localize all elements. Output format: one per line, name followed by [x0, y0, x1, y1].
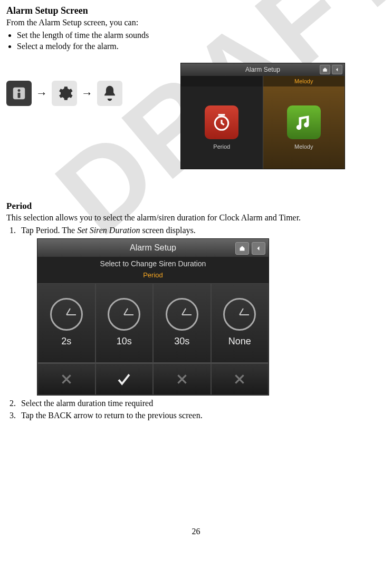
- arrow-right-icon: →: [35, 86, 49, 100]
- step-1: Tap Period. The Set Siren Duration scree…: [18, 225, 386, 396]
- tab-period-inactive: [181, 76, 263, 86]
- melody-column: Melody: [263, 86, 345, 169]
- page-title: Alarm Setup Screen: [6, 5, 386, 16]
- duration-value: 2s: [61, 335, 71, 348]
- melody-music-icon: [287, 105, 321, 139]
- home-icon: [235, 242, 249, 255]
- bullet-item: Set the length of time the alarm sounds: [17, 30, 386, 41]
- clock-icon: [166, 298, 198, 331]
- melody-label: Melody: [294, 143, 313, 150]
- gear-icon: [52, 81, 77, 106]
- back-icon: [332, 65, 342, 74]
- intro-bullet-list: Set the length of time the alarm sounds …: [6, 30, 386, 52]
- page-number: 26: [6, 527, 386, 536]
- duration-option-10s: 10s: [95, 283, 154, 363]
- clock-icon: [223, 298, 256, 331]
- screenshot2-subtitle: Select to Change Siren Duration: [37, 257, 269, 269]
- selection-indicator-row: [37, 363, 269, 395]
- duration-option-2s: 2s: [37, 283, 95, 363]
- step-1-prefix: Tap Period. The: [21, 226, 77, 235]
- bullet-item: Select a melody for the alarm.: [17, 41, 386, 52]
- screenshot2-title: Alarm Setup: [130, 242, 176, 254]
- nav-icon-sequence: → →: [6, 63, 122, 106]
- screenshot-titlebar: Alarm Setup: [181, 63, 345, 76]
- screenshot2-tab-label: Period: [37, 269, 269, 283]
- siren-duration-screenshot: Alarm Setup Select to Change Siren Durat…: [37, 238, 269, 396]
- duration-option-30s: 30s: [153, 283, 211, 363]
- step-1-italic: Set Siren Duration: [77, 226, 140, 235]
- duration-value: 10s: [117, 335, 132, 348]
- period-heading: Period: [6, 201, 386, 211]
- duration-value: 30s: [174, 335, 189, 348]
- steps-list: Tap Period. The Set Siren Duration scree…: [6, 225, 386, 421]
- tab-melody-active: Melody: [263, 76, 345, 86]
- clock-icon: [50, 298, 83, 331]
- period-label: Period: [213, 143, 230, 150]
- clock-icon: [108, 298, 140, 331]
- period-intro: This selection allows you to select the …: [6, 213, 386, 224]
- duration-value: None: [228, 335, 251, 348]
- duration-options-row: 2s 10s 30s None: [37, 283, 269, 363]
- info-icon: [6, 81, 32, 106]
- screenshot2-titlebar: Alarm Setup: [37, 239, 269, 257]
- home-icon: [320, 65, 330, 74]
- svg-point-1: [18, 89, 21, 92]
- x-mark-icon: [211, 363, 269, 395]
- arrow-right-icon: →: [80, 86, 94, 100]
- period-column: Period: [181, 86, 263, 169]
- x-mark-icon: [153, 363, 211, 395]
- duration-option-none: None: [211, 283, 269, 363]
- step-1-suffix: screen displays.: [140, 226, 196, 235]
- screenshot-tab-bar: Melody: [181, 76, 345, 86]
- bell-icon: [97, 81, 122, 106]
- check-mark-icon: [95, 363, 154, 395]
- step-3: Tap the BACK arrow to return to the prev…: [18, 410, 386, 421]
- back-icon: [252, 242, 265, 255]
- alarm-setup-screenshot: Alarm Setup Melody: [180, 63, 345, 169]
- step-2: Select the alarm duration time required: [18, 398, 386, 409]
- svg-rect-2: [18, 93, 21, 98]
- navigation-illustration-row: → → Alarm Setup: [6, 63, 386, 169]
- x-mark-icon: [37, 363, 95, 395]
- intro-text: From the Alarm Setup screen, you can:: [6, 17, 386, 28]
- screenshot-title-text: Alarm Setup: [245, 66, 280, 73]
- period-clock-icon: [205, 105, 238, 139]
